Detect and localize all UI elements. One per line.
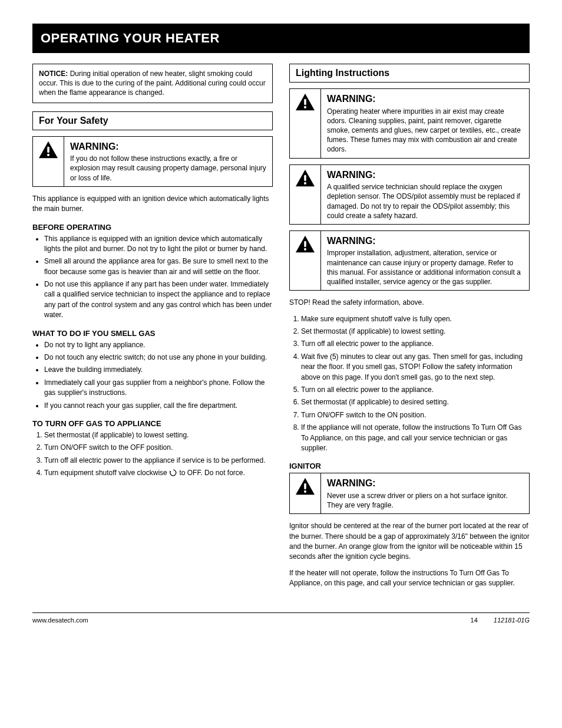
svg-point-9	[304, 490, 306, 493]
ignitor-paragraph-1: Ignitor should be centered at the rear o…	[289, 521, 530, 562]
list-item: Wait five (5) minutes to clear out any g…	[301, 352, 530, 383]
right-callout-group: WARNING:Operating heater where impuritie…	[289, 88, 530, 291]
list-item: Turn equipment shutoff valve clockwise t…	[44, 468, 273, 478]
list-item: Turn on all electric power to the applia…	[301, 385, 530, 395]
warning-title: WARNING:	[70, 140, 266, 153]
smell-gas-heading: WHAT TO DO IF YOU SMELL GAS	[32, 329, 273, 338]
warning-icon-cell	[290, 165, 321, 224]
ignitor-warning-callout: WARNING: Never use a screw driver or pli…	[289, 473, 530, 514]
svg-rect-4	[304, 174, 306, 181]
intro-paragraph: This appliance is equipped with an ignit…	[32, 194, 273, 215]
warning-icon-cell	[290, 473, 321, 513]
list-item: Do not use this appliance if any part ha…	[44, 279, 273, 321]
lighting-section-header: Lighting Instructions	[289, 64, 530, 83]
list-item: Do not touch any electric switch; do not…	[44, 353, 273, 363]
two-column-layout: NOTICE: During initial operation of new …	[32, 64, 530, 595]
list-item: If you cannot reach your gas supplier, c…	[44, 401, 273, 411]
svg-point-5	[304, 182, 306, 184]
warning-triangle-icon	[38, 140, 59, 159]
notice-box: NOTICE: During initial operation of new …	[32, 64, 273, 103]
warning-body: WARNING:A qualified service technician s…	[321, 165, 529, 224]
before-operating-heading: BEFORE OPERATING	[32, 223, 273, 232]
warning-callout: WARNING:Improper installation, adjustmen…	[289, 230, 530, 291]
page-footer: www.desatech.com 14 112181-01G	[32, 612, 530, 624]
warning-triangle-icon	[295, 235, 316, 253]
before-operating-list: This appliance is equipped with an ignit…	[32, 234, 273, 321]
list-item: If the appliance will not operate, follo…	[301, 423, 530, 453]
list-item: Set thermostat (if applicable) to desire…	[301, 397, 530, 407]
warning-callout: WARNING: If you do not follow these inst…	[32, 136, 273, 187]
list-item: Turn ON/OFF switch to the OFF position.	[44, 443, 273, 453]
list-item: Turn ON/OFF switch to the ON position.	[301, 410, 530, 420]
right-column: Lighting Instructions WARNING:Operating …	[289, 64, 530, 595]
safety-section-header: For Your Safety	[32, 111, 273, 130]
list-item: Immediately call your gas supplier from …	[44, 378, 273, 398]
smell-gas-list: Do not try to light any appliance.Do not…	[32, 340, 273, 411]
page-root: OPERATING YOUR HEATER NOTICE: During ini…	[0, 0, 562, 641]
warning-triangle-icon	[295, 169, 316, 187]
list-item: Turn off all electric power to the appli…	[301, 339, 530, 349]
list-item: Do not try to light any appliance.	[44, 340, 273, 350]
warning-icon-cell	[290, 89, 321, 158]
warning-callout: WARNING:A qualified service technician s…	[289, 164, 530, 225]
turn-off-heading: TO TURN OFF GAS TO APPLIANCE	[32, 419, 273, 428]
left-column: NOTICE: During initial operation of new …	[32, 64, 273, 595]
warning-icon-cell	[290, 231, 321, 290]
warning-text: A qualified service technician should re…	[327, 183, 520, 220]
notice-label: NOTICE:	[39, 70, 68, 78]
footer-doc-id: 112181-01G	[494, 617, 530, 624]
ignitor-warning-text: Never use a screw driver or pliers on a …	[327, 492, 508, 509]
warning-body: WARNING:Operating heater where impuritie…	[321, 89, 529, 158]
list-item: Set thermostat (if applicable) to lowest…	[44, 430, 273, 440]
list-item: Leave the building immediately.	[44, 365, 273, 375]
notice-text: During initial operation of new heater, …	[39, 70, 266, 97]
list-item: Turn off all electric power to the appli…	[44, 456, 273, 466]
warning-body: WARNING: If you do not follow these inst…	[64, 137, 272, 186]
warning-callout: WARNING:Operating heater where impuritie…	[289, 88, 530, 159]
footer-url: www.desatech.com	[32, 617, 88, 624]
warning-body: WARNING:Improper installation, adjustmen…	[321, 231, 529, 290]
lighting-steps-list: Make sure equipment shutoff valve is ful…	[289, 314, 530, 454]
list-item: Make sure equipment shutoff valve is ful…	[301, 314, 530, 324]
svg-rect-6	[304, 241, 306, 248]
ignitor-paragraph-2: If the heater will not operate, follow t…	[289, 568, 530, 589]
svg-rect-0	[47, 146, 49, 153]
warning-text: Operating heater where impurities in air…	[327, 107, 521, 154]
footer-page-number: 14	[471, 617, 478, 624]
svg-rect-8	[304, 483, 306, 490]
ignitor-warning-title: WARNING:	[327, 477, 523, 490]
svg-point-1	[47, 153, 49, 156]
turn-off-list: Set thermostat (if applicable) to lowest…	[32, 430, 273, 479]
list-item: This appliance is equipped with an ignit…	[44, 234, 273, 255]
warning-title: WARNING:	[327, 93, 523, 106]
list-item: Set thermostat (if applicable) to lowest…	[301, 327, 530, 337]
ignitor-warning-body: WARNING: Never use a screw driver or pli…	[321, 473, 529, 513]
section-title-bar: OPERATING YOUR HEATER	[32, 24, 530, 53]
warning-triangle-icon	[295, 93, 316, 111]
list-item: Smell all around the appliance area for …	[44, 256, 273, 277]
warning-icon-cell	[33, 137, 64, 186]
svg-point-7	[304, 248, 306, 251]
steps-intro: STOP! Read the safety information, above…	[289, 298, 530, 308]
warning-title: WARNING:	[327, 169, 523, 182]
footer-right: 14 112181-01G	[471, 617, 530, 624]
ignitor-heading: IGNITOR	[289, 462, 530, 470]
warning-text: If you do not follow these instructions …	[70, 154, 266, 182]
warning-title: WARNING:	[327, 235, 523, 248]
svg-rect-2	[304, 99, 306, 106]
warning-triangle-icon	[295, 477, 316, 496]
svg-point-3	[304, 106, 306, 108]
warning-text: Improper installation, adjustment, alter…	[327, 249, 521, 286]
